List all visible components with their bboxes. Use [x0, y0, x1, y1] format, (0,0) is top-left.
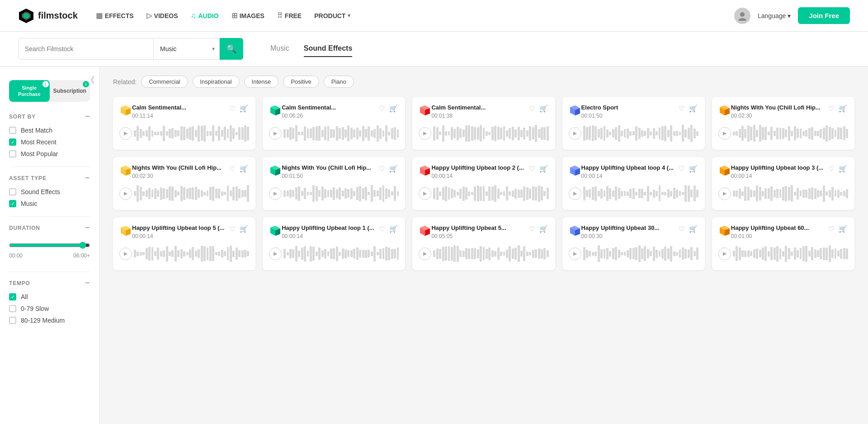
asset-music[interactable]: Music — [9, 200, 90, 207]
tempo-medium[interactable]: 80-129 Medium — [9, 317, 90, 324]
like-button[interactable]: ♡ — [378, 164, 386, 173]
like-button[interactable]: ♡ — [528, 224, 536, 233]
nav-effects[interactable]: ▦ EFFECTS — [96, 11, 134, 20]
nav-product[interactable]: PRODUCT ▾ — [314, 12, 350, 19]
cart-button[interactable]: 🛒 — [838, 224, 848, 233]
like-button[interactable]: ♡ — [378, 104, 386, 113]
play-button[interactable]: ▶ — [119, 127, 132, 140]
play-button[interactable]: ▶ — [419, 187, 431, 200]
cart-button[interactable]: 🛒 — [838, 104, 848, 113]
like-button[interactable]: ♡ — [678, 224, 685, 233]
sort-most-popular[interactable]: Most Popular — [9, 150, 90, 157]
wave-bar — [186, 252, 189, 255]
wave-bar — [471, 192, 473, 195]
play-button[interactable]: ▶ — [419, 248, 431, 260]
cart-button[interactable]: 🛒 — [538, 164, 549, 173]
search-category-select[interactable]: Music Sound Effects — [154, 38, 212, 59]
wave-bar — [598, 191, 600, 196]
track-name: Calm Sentimental... — [431, 104, 528, 112]
track-info: Nights With You (Chill Lofi Hip... 00:02… — [132, 164, 228, 179]
duration-slider[interactable] — [9, 242, 90, 249]
search-button[interactable]: 🔍 — [220, 38, 243, 60]
play-button[interactable]: ▶ — [718, 187, 731, 200]
cart-button[interactable]: 🛒 — [388, 104, 399, 113]
wave-bar — [670, 246, 672, 262]
play-button[interactable]: ▶ — [269, 127, 282, 140]
sort-by-collapse-icon[interactable]: − — [85, 112, 90, 121]
asset-music-checkbox[interactable] — [9, 200, 16, 207]
like-button[interactable]: ♡ — [678, 104, 685, 113]
cart-button[interactable]: 🛒 — [239, 164, 249, 173]
like-button[interactable]: ♡ — [228, 164, 236, 173]
tempo-medium-checkbox[interactable] — [9, 317, 16, 324]
play-button[interactable]: ▶ — [269, 187, 282, 200]
track-duration: 00:11:14 — [132, 113, 228, 119]
logo[interactable]: filmstock — [18, 8, 78, 24]
like-button[interactable]: ♡ — [528, 164, 536, 173]
tab-music[interactable]: Music — [270, 41, 289, 57]
like-button[interactable]: ♡ — [228, 104, 236, 113]
play-button[interactable]: ▶ — [569, 127, 581, 140]
nav-free[interactable]: ⠿ FREE — [277, 11, 302, 20]
search-input[interactable] — [25, 45, 147, 52]
wave-bar — [292, 249, 294, 258]
like-button[interactable]: ♡ — [228, 224, 236, 233]
cart-button[interactable]: 🛒 — [388, 164, 399, 173]
cart-button[interactable]: 🛒 — [239, 224, 249, 233]
cart-button[interactable]: 🛒 — [688, 224, 698, 233]
like-button[interactable]: ♡ — [378, 224, 386, 233]
sort-most-recent-checkbox[interactable] — [9, 138, 16, 146]
cart-button[interactable]: 🛒 — [239, 104, 249, 113]
play-button[interactable]: ▶ — [119, 248, 132, 260]
avatar[interactable] — [734, 8, 750, 24]
cart-button[interactable]: 🛒 — [538, 104, 549, 113]
wave-bar — [829, 245, 831, 262]
related-tag-positive[interactable]: Positive — [283, 76, 319, 88]
subscription-button[interactable]: Subscription i — [50, 80, 90, 102]
asset-sound-effects[interactable]: Sound Effects — [9, 188, 90, 195]
tempo-collapse-icon[interactable]: − — [85, 278, 90, 288]
wave-bar — [650, 251, 652, 256]
sort-most-recent[interactable]: Most Recent — [9, 138, 90, 146]
play-button[interactable]: ▶ — [419, 127, 431, 140]
play-button[interactable]: ▶ — [119, 187, 132, 200]
duration-collapse-icon[interactable]: − — [85, 223, 90, 233]
like-button[interactable]: ♡ — [827, 164, 835, 173]
single-purchase-button[interactable]: Single Purchase i — [9, 80, 50, 102]
sort-best-match[interactable]: Best Match — [9, 127, 90, 134]
language-button[interactable]: Language ▾ — [758, 12, 791, 19]
sort-most-popular-checkbox[interactable] — [9, 150, 16, 157]
nav-images[interactable]: ⊞ IMAGES — [231, 11, 264, 20]
tempo-slow-checkbox[interactable] — [9, 305, 16, 312]
like-button[interactable]: ♡ — [827, 224, 835, 233]
asset-type-collapse-icon[interactable]: − — [85, 173, 90, 183]
cart-button[interactable]: 🛒 — [688, 104, 698, 113]
join-free-button[interactable]: Join Free — [798, 7, 850, 24]
play-button[interactable]: ▶ — [718, 248, 731, 260]
track-card: Happy Uplifting Upbeat 60... 00:01:00 ♡ … — [712, 217, 854, 270]
related-tag-commercial[interactable]: Commercial — [141, 76, 188, 88]
cart-button[interactable]: 🛒 — [688, 164, 698, 173]
asset-sound-effects-checkbox[interactable] — [9, 188, 16, 195]
like-button[interactable]: ♡ — [528, 104, 536, 113]
play-button[interactable]: ▶ — [269, 248, 282, 260]
wave-bar — [776, 189, 778, 198]
sort-best-match-checkbox[interactable] — [9, 127, 16, 134]
cart-button[interactable]: 🛒 — [388, 224, 399, 233]
like-button[interactable]: ♡ — [678, 164, 685, 173]
related-tag-inspirational[interactable]: Inspirational — [193, 76, 240, 88]
nav-videos[interactable]: ▷ VIDEOS — [146, 11, 178, 20]
play-button[interactable]: ▶ — [718, 127, 731, 140]
play-button[interactable]: ▶ — [569, 248, 581, 260]
tempo-all-checkbox[interactable] — [9, 293, 16, 300]
play-button[interactable]: ▶ — [569, 187, 581, 200]
like-button[interactable]: ♡ — [827, 104, 835, 113]
related-tag-piano[interactable]: Piano — [324, 76, 354, 88]
tempo-all[interactable]: All — [9, 293, 90, 300]
tempo-slow[interactable]: 0-79 Slow — [9, 305, 90, 312]
related-tag-intense[interactable]: Intense — [244, 76, 279, 88]
cart-button[interactable]: 🛒 — [838, 164, 848, 173]
tab-sound-effects[interactable]: Sound Effects — [304, 41, 353, 57]
cart-button[interactable]: 🛒 — [538, 224, 549, 233]
nav-audio[interactable]: ♫ AUDIO — [191, 12, 219, 20]
